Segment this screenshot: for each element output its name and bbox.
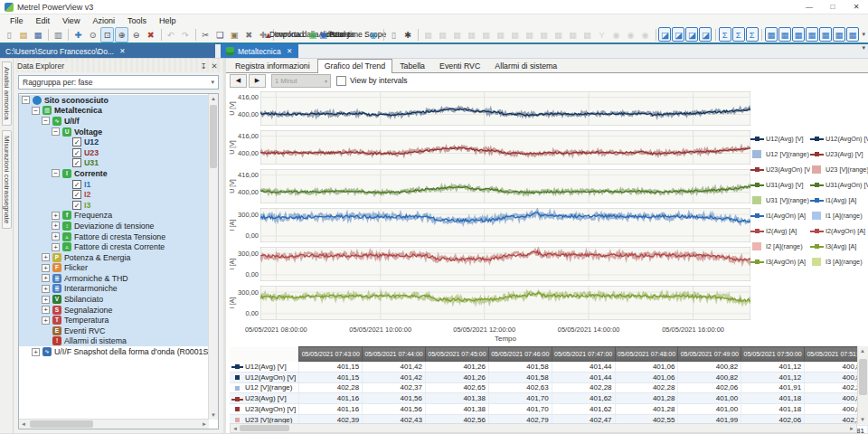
legend-item-i2-avgon-a[interactable]: I2(AvgOn) [A] xyxy=(810,223,868,239)
value-cell[interactable]: 402,28 xyxy=(299,382,363,393)
toolbar-calc-tool-button[interactable]: Σ xyxy=(746,27,759,42)
column-header-time[interactable]: 05/05/2021 07:48:00 xyxy=(615,347,678,362)
collapse-icon[interactable]: − xyxy=(42,117,50,125)
value-cell[interactable]: 401,18 xyxy=(741,393,805,404)
value-cell[interactable]: 401,26 xyxy=(426,362,489,373)
menu-item-azioni[interactable]: Azioni xyxy=(86,16,121,25)
legend-item-u23-avgon-v[interactable]: U23(AvgOn) [V] xyxy=(750,162,810,177)
tree-item-u23[interactable]: ✓U23 xyxy=(19,147,209,158)
value-cell[interactable]: 401,58 xyxy=(488,372,552,382)
value-cell[interactable]: 402,06 xyxy=(678,382,741,393)
tree-item-i1[interactable]: ✓I1 xyxy=(19,179,209,190)
legend-item-u12-v-range[interactable]: U12 [V](range) xyxy=(750,146,810,162)
toolbar-zoom-lock-button[interactable]: ⊡ xyxy=(100,27,114,42)
tab-tabella[interactable]: Tabella xyxy=(392,59,432,72)
maximize-button[interactable]: □ xyxy=(821,0,844,14)
plot-u31-avg-v[interactable] xyxy=(260,169,750,203)
next-interval-button[interactable]: ▶ xyxy=(249,74,266,88)
expand-icon[interactable]: + xyxy=(42,274,50,282)
expand-icon[interactable]: + xyxy=(52,243,60,251)
expand-icon[interactable]: + xyxy=(42,253,50,261)
tab-eventi-rvc[interactable]: Eventi RVC xyxy=(432,59,487,72)
column-header-time[interactable]: 05/05/2021 07:43:00 xyxy=(299,347,363,362)
tree-item-u-i-f[interactable]: −∿U/I/f xyxy=(19,116,209,127)
value-cell[interactable]: 401,91 xyxy=(741,382,805,393)
plot-i1-avg-a[interactable] xyxy=(260,208,750,242)
toolbar-paste-button[interactable]: ▣ xyxy=(228,27,241,42)
value-cell[interactable]: 402,28 xyxy=(552,382,615,393)
expand-icon[interactable]: + xyxy=(52,222,60,230)
tree-item-deviazione-di-tensione[interactable]: +↕Deviazione di tensione xyxy=(19,221,209,231)
toolbar-new-button[interactable]: ▯ xyxy=(3,27,16,42)
checkbox-i2[interactable]: ✓ xyxy=(72,190,81,199)
value-cell[interactable]: 401,42 xyxy=(363,362,426,373)
toolbar-realtime-scope-button[interactable]: ▣Real-time Scope xyxy=(342,27,365,42)
tree-item-sbilanciato[interactable]: +VSbilanciato xyxy=(19,294,209,305)
toolbar-web-button[interactable]: ◉ xyxy=(366,27,380,42)
pin-icon[interactable]: ↧ xyxy=(198,61,209,71)
expand-icon[interactable]: + xyxy=(52,232,60,241)
value-cell[interactable]: 402,28 xyxy=(615,382,678,393)
table-row-u23-avgon-v[interactable]: U23(AvgOn) [V]401,16401,56401,38401,7040… xyxy=(230,404,868,415)
checkbox-i1[interactable]: ✓ xyxy=(72,180,81,189)
value-cell[interactable]: 401,28 xyxy=(615,404,678,415)
close-button[interactable]: ✕ xyxy=(844,0,868,14)
table-horizontal-scrollbar[interactable]: ◄► xyxy=(230,423,857,433)
toolbar-layout-tool-button[interactable]: ▦ xyxy=(833,27,845,42)
menu-item-file[interactable]: File xyxy=(4,16,30,25)
tree-item-voltage[interactable]: −UVoltage xyxy=(19,127,209,137)
value-cell[interactable]: 401,15 xyxy=(299,362,363,373)
legend-item-u12-avgon-v[interactable]: U12(AvgOn) [V] xyxy=(810,131,868,146)
side-tab-analisi-armonica[interactable]: Analisi armonica xyxy=(2,61,12,126)
checkbox-u31[interactable]: ✓ xyxy=(72,158,81,167)
expand-icon[interactable]: + xyxy=(42,264,50,272)
table-vertical-scrollbar[interactable]: ▲▼ xyxy=(857,346,868,424)
value-cell[interactable]: 401,16 xyxy=(299,404,363,415)
expand-icon[interactable]: + xyxy=(42,296,50,304)
legend-item-u31-avgon-v[interactable]: U31(AvgOn) [V] xyxy=(810,177,868,193)
legend-item-i2-a-range[interactable]: I2 [A](range) xyxy=(750,239,810,254)
tree-item-u-i-f-snapshot-della-forma-d-o[interactable]: +∿U/I/F Snapshot della forma d'onda (R00… xyxy=(19,346,209,357)
tree-item-sito-sconosciuto[interactable]: −Sito sconosciuto xyxy=(19,95,209,106)
plot-i2-avg-a[interactable] xyxy=(260,247,750,281)
tree-vertical-scrollbar[interactable]: ▲▼ xyxy=(208,94,218,420)
value-cell[interactable]: 401,00 xyxy=(678,393,741,404)
column-header-time[interactable]: 05/05/2021 07:45:00 xyxy=(426,347,489,362)
legend-item-i3-avgon-a[interactable]: I3(AvgOn) [A] xyxy=(750,254,810,269)
toolbar-layout-tool-button[interactable]: ▦ xyxy=(778,27,791,42)
table-row-u23-avg-v[interactable]: U23(Avg) [V]401,16401,56401,38401,70401,… xyxy=(230,393,868,404)
menu-item-tools[interactable]: Tools xyxy=(121,16,153,25)
tree-item-corrente[interactable]: −ICorrente xyxy=(19,168,209,179)
view-by-intervals-checkbox[interactable] xyxy=(336,76,346,86)
column-header-time[interactable]: 05/05/2021 07:47:00 xyxy=(552,347,615,362)
tree-item-segnalazione[interactable]: +SSegnalazione xyxy=(19,305,209,316)
toolbar-cut-button[interactable]: ✂ xyxy=(199,27,212,42)
legend-item-u31-avg-v[interactable]: U31(Avg) [V] xyxy=(750,177,810,193)
minimize-button[interactable]: — xyxy=(797,0,821,14)
toolbar-settings-button[interactable]: ✱ xyxy=(401,27,415,42)
tree-item-i3[interactable]: ✓I3 xyxy=(19,200,209,211)
legend-item-u12-avg-v[interactable]: U12(Avg) [V] xyxy=(750,131,810,146)
tab-grafico-del-trend[interactable]: Grafico del Trend xyxy=(317,59,392,73)
prev-interval-button[interactable]: ◀ xyxy=(230,74,247,88)
collapse-icon[interactable]: − xyxy=(52,169,60,177)
tree-item-frequenza[interactable]: +fFrequenza xyxy=(19,211,209,222)
value-cell[interactable]: 401,06 xyxy=(615,372,678,382)
tree-item-u12[interactable]: ✓U12 xyxy=(19,137,209,147)
toolbar-layout-tool-button[interactable]: ▦ xyxy=(792,27,805,42)
tree-item-potenza-energia[interactable]: +PPotenza & Energia xyxy=(19,252,209,263)
value-cell[interactable]: 401,70 xyxy=(488,393,552,404)
tree-item-temperatura[interactable]: +TTemperatura xyxy=(19,315,209,326)
collapse-icon[interactable]: − xyxy=(22,96,30,104)
checkbox-i3[interactable]: ✓ xyxy=(72,201,81,210)
table-row-u12-avgon-v[interactable]: U12(AvgOn) [V]401,15401,42401,26401,5840… xyxy=(230,372,868,382)
value-cell[interactable]: 401,00 xyxy=(678,404,741,415)
toolbar-zoom-button[interactable]: ⊙ xyxy=(86,27,99,42)
toolbar-layout-tool-button[interactable]: ▦ xyxy=(819,27,832,42)
tabrow-overflow-icon[interactable]: ▾ xyxy=(859,44,868,58)
value-cell[interactable]: 401,18 xyxy=(741,404,805,415)
value-cell[interactable]: 401,06 xyxy=(615,362,678,373)
legend-item-i1-avg-a[interactable]: I1(Avg) [A] xyxy=(810,193,868,208)
checkbox-u12[interactable]: ✓ xyxy=(72,137,81,146)
toolbar-layout-tool-button[interactable]: ▦ xyxy=(846,27,859,42)
